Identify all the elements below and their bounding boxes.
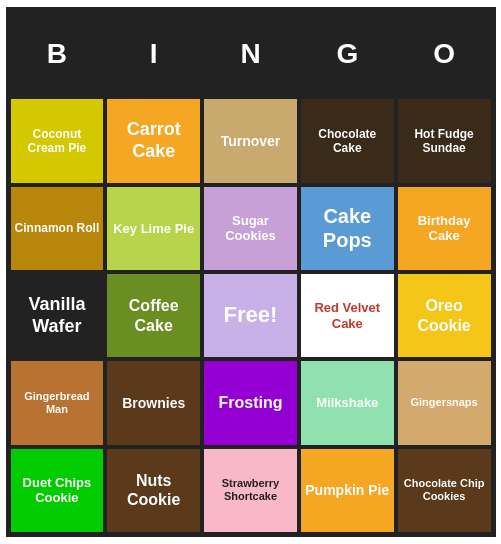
- bingo-cell[interactable]: Gingersnaps: [396, 359, 493, 446]
- header-cell: I: [105, 10, 202, 97]
- bingo-cell[interactable]: Cake Pops: [299, 185, 396, 272]
- bingo-cell[interactable]: Chocolate Cake: [299, 97, 396, 184]
- bingo-cell[interactable]: Coconut Cream Pie: [9, 97, 106, 184]
- bingo-cell[interactable]: Birthday Cake: [396, 185, 493, 272]
- bingo-cell[interactable]: Coffee Cake: [105, 272, 202, 359]
- bingo-cell[interactable]: Nuts Cookie: [105, 447, 202, 534]
- bingo-cell[interactable]: Pumpkin Pie: [299, 447, 396, 534]
- header-cell: B: [9, 10, 106, 97]
- bingo-cell[interactable]: Free!: [202, 272, 299, 359]
- bingo-cell[interactable]: Brownies: [105, 359, 202, 446]
- bingo-cell[interactable]: Gingerbread Man: [9, 359, 106, 446]
- bingo-cell[interactable]: Hot Fudge Sundae: [396, 97, 493, 184]
- bingo-board: BINGOCoconut Cream PieCarrot CakeTurnove…: [6, 7, 496, 537]
- bingo-cell[interactable]: Milkshake: [299, 359, 396, 446]
- bingo-cell[interactable]: Vanilla Wafer: [9, 272, 106, 359]
- bingo-cell[interactable]: Cinnamon Roll: [9, 185, 106, 272]
- bingo-cell[interactable]: Turnover: [202, 97, 299, 184]
- header-cell: G: [299, 10, 396, 97]
- bingo-cell[interactable]: Carrot Cake: [105, 97, 202, 184]
- header-cell: N: [202, 10, 299, 97]
- bingo-cell[interactable]: Key Lime Pie: [105, 185, 202, 272]
- bingo-cell[interactable]: Duet Chips Cookie: [9, 447, 106, 534]
- bingo-cell[interactable]: Strawberry Shortcake: [202, 447, 299, 534]
- bingo-cell[interactable]: Oreo Cookie: [396, 272, 493, 359]
- bingo-cell[interactable]: Frosting: [202, 359, 299, 446]
- bingo-cell[interactable]: Chocolate Chip Cookies: [396, 447, 493, 534]
- bingo-cell[interactable]: Sugar Cookies: [202, 185, 299, 272]
- bingo-cell[interactable]: Red Velvet Cake: [299, 272, 396, 359]
- header-cell: O: [396, 10, 493, 97]
